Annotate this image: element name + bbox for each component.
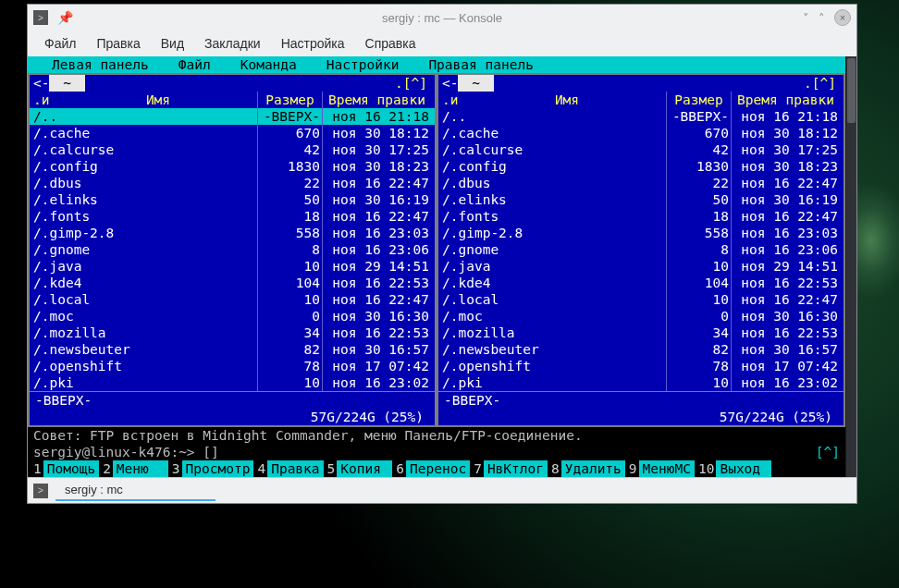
file-row[interactable]: /.cache670ноя 30 18:12 bbox=[438, 125, 844, 141]
file-row[interactable]: /.local10ноя 16 22:47 bbox=[30, 291, 435, 308]
file-row[interactable]: /.moc0ноя 30 16:30 bbox=[438, 308, 844, 325]
mc-menu-options[interactable]: Настройки bbox=[312, 56, 414, 73]
pin-icon[interactable]: 📌 bbox=[57, 10, 73, 25]
file-size: 10 bbox=[257, 291, 322, 308]
menu-bookmarks[interactable]: Закладки bbox=[195, 33, 270, 54]
file-row[interactable]: /.elinks50ноя 30 16:19 bbox=[438, 191, 844, 208]
file-row[interactable]: /.cache670ноя 30 18:12 bbox=[30, 125, 435, 141]
file-row[interactable]: /.dbus22ноя 16 22:47 bbox=[30, 175, 435, 191]
minimize-icon[interactable]: ˅ bbox=[803, 11, 809, 25]
rotation-indicator: [^] bbox=[816, 444, 840, 460]
mc-menu-command[interactable]: Команда bbox=[226, 56, 312, 73]
maximize-icon[interactable]: ˄ bbox=[819, 11, 825, 25]
file-row[interactable]: /.newsbeuter82ноя 30 16:57 bbox=[438, 341, 844, 358]
fkey-6[interactable]: 6Перенос bbox=[392, 460, 470, 477]
col-time[interactable]: Время правки bbox=[322, 92, 431, 108]
col-n[interactable]: .и bbox=[33, 92, 59, 108]
konsole-tabbar: > sergiy : mc bbox=[28, 477, 856, 503]
file-size: 22 bbox=[257, 175, 322, 191]
col-size[interactable]: Размер bbox=[666, 92, 731, 108]
right-panel[interactable]: <- ~ .[^].иИмяРазмерВремя правки/..-ВВЕР… bbox=[437, 73, 845, 427]
file-row[interactable]: /.calcurse42ноя 30 17:25 bbox=[30, 141, 435, 158]
fkey-label: МенюМС bbox=[639, 460, 695, 477]
file-row[interactable]: /..-ВВЕРХ-ноя 16 21:18 bbox=[30, 108, 435, 125]
fkey-8[interactable]: 8Удалить bbox=[548, 460, 625, 477]
cursor: [] bbox=[203, 445, 218, 459]
file-time: ноя 16 23:02 bbox=[322, 374, 431, 391]
menu-edit[interactable]: Правка bbox=[87, 33, 149, 54]
file-row[interactable]: /.elinks50ноя 30 16:19 bbox=[30, 191, 435, 208]
file-name: /.moc bbox=[442, 308, 666, 325]
file-row[interactable]: /.kde4104ноя 16 22:53 bbox=[30, 275, 435, 291]
file-size: 78 bbox=[257, 358, 322, 374]
fkey-3[interactable]: 3Просмотр bbox=[168, 460, 254, 477]
file-row[interactable]: /.dbus22ноя 16 22:47 bbox=[438, 175, 844, 191]
mc-menubar: Левая панель Файл Команда Настройки Прав… bbox=[28, 56, 845, 73]
file-row[interactable]: /.java10ноя 29 14:51 bbox=[438, 258, 844, 275]
menu-file[interactable]: Файл bbox=[35, 33, 85, 54]
file-row[interactable]: /.mozilla34ноя 16 22:53 bbox=[30, 325, 435, 341]
sort-indicator[interactable]: .[^] bbox=[804, 75, 836, 92]
fkey-5[interactable]: 5Копия bbox=[324, 460, 393, 477]
file-row[interactable]: /..-ВВЕРХ-ноя 16 21:18 bbox=[438, 108, 844, 125]
col-n[interactable]: .и bbox=[442, 92, 468, 108]
panel-cwd[interactable]: ~ bbox=[49, 75, 84, 92]
terminal-tab[interactable]: sergiy : mc bbox=[55, 480, 216, 501]
file-time: ноя 16 23:06 bbox=[322, 241, 431, 258]
col-time[interactable]: Время правки bbox=[731, 92, 840, 108]
mc-menu-left[interactable]: Левая панель bbox=[37, 56, 164, 73]
fkey-2[interactable]: 2Меню bbox=[99, 460, 168, 477]
fkey-4[interactable]: 4Правка bbox=[253, 460, 323, 477]
file-row[interactable]: /.moc0ноя 30 16:30 bbox=[30, 308, 435, 325]
titlebar[interactable]: > 📌 sergiy : mc — Konsole ˅ ˄ × bbox=[28, 5, 856, 31]
file-size: 82 bbox=[257, 341, 322, 358]
mc-menu-right[interactable]: Правая панель bbox=[413, 56, 548, 73]
file-time: ноя 16 22:47 bbox=[322, 208, 431, 225]
file-row[interactable]: /.newsbeuter82ноя 30 16:57 bbox=[30, 341, 435, 358]
file-row[interactable]: /.config1830ноя 30 18:23 bbox=[30, 158, 435, 175]
file-row[interactable]: /.local10ноя 16 22:47 bbox=[438, 291, 844, 308]
file-row[interactable]: /.gnome8ноя 16 23:06 bbox=[438, 241, 844, 258]
col-name[interactable]: Имя bbox=[468, 92, 666, 108]
sort-indicator[interactable]: .[^] bbox=[395, 75, 427, 92]
close-icon[interactable]: × bbox=[834, 9, 851, 26]
file-row[interactable]: /.openshift78ноя 17 07:42 bbox=[438, 358, 844, 374]
file-size: 1830 bbox=[666, 158, 731, 175]
file-row[interactable]: /.pki10ноя 16 23:02 bbox=[438, 374, 844, 391]
shell-prompt[interactable]: sergiy@linux-k476:~> [] [^] bbox=[28, 444, 845, 460]
file-row[interactable]: /.mozilla34ноя 16 22:53 bbox=[438, 325, 844, 341]
mc-menu-file[interactable]: Файл bbox=[164, 56, 226, 73]
left-panel[interactable]: <- ~ .[^].иИмяРазмерВремя правки/..-ВВЕР… bbox=[28, 73, 437, 427]
file-row[interactable]: /.calcurse42ноя 30 17:25 bbox=[438, 141, 844, 158]
terminal-area[interactable]: Левая панель Файл Команда Настройки Прав… bbox=[28, 56, 856, 477]
col-size[interactable]: Размер bbox=[257, 92, 322, 108]
file-row[interactable]: /.java10ноя 29 14:51 bbox=[30, 258, 435, 275]
file-row[interactable]: /.fonts18ноя 16 22:47 bbox=[30, 208, 435, 225]
menu-settings[interactable]: Настройка bbox=[272, 33, 354, 54]
file-row[interactable]: /.config1830ноя 30 18:23 bbox=[438, 158, 844, 175]
file-name: /.local bbox=[33, 291, 257, 308]
menu-view[interactable]: Вид bbox=[152, 33, 193, 54]
fkey-1[interactable]: 1Помощь bbox=[30, 460, 99, 477]
file-name: /.config bbox=[33, 158, 257, 175]
file-row[interactable]: /.fonts18ноя 16 22:47 bbox=[438, 208, 844, 225]
file-time: ноя 30 16:30 bbox=[731, 308, 840, 325]
scrollbar-thumb[interactable] bbox=[847, 58, 856, 123]
menu-help[interactable]: Справка bbox=[356, 33, 425, 54]
fkey-9[interactable]: 9МенюМС bbox=[625, 460, 695, 477]
file-size: -ВВЕРХ- bbox=[257, 108, 322, 125]
file-size: 10 bbox=[257, 258, 322, 275]
file-row[interactable]: /.gnome8ноя 16 23:06 bbox=[30, 241, 435, 258]
fkey-10[interactable]: 10Выход bbox=[695, 460, 771, 477]
fkey-label: Копия bbox=[337, 460, 392, 477]
file-row[interactable]: /.pki10ноя 16 23:02 bbox=[30, 374, 435, 391]
panel-cwd[interactable]: ~ bbox=[458, 75, 493, 92]
file-row[interactable]: /.openshift78ноя 17 07:42 bbox=[30, 358, 435, 374]
file-row[interactable]: /.gimp-2.8558ноя 16 23:03 bbox=[30, 225, 435, 241]
terminal-scrollbar[interactable] bbox=[845, 56, 856, 477]
file-row[interactable]: /.gimp-2.8558ноя 16 23:03 bbox=[438, 225, 844, 241]
file-size: 42 bbox=[257, 141, 322, 158]
file-row[interactable]: /.kde4104ноя 16 22:53 bbox=[438, 275, 844, 291]
fkey-7[interactable]: 7НвКтлог bbox=[470, 460, 548, 477]
col-name[interactable]: Имя bbox=[59, 92, 257, 108]
